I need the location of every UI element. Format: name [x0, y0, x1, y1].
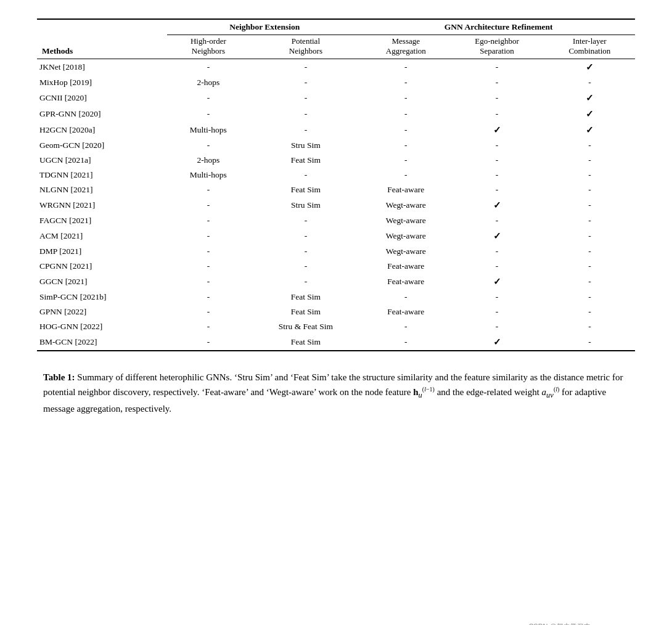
- table-cell: -: [544, 334, 635, 351]
- table-cell: -: [362, 290, 449, 304]
- caption-math-a: a: [542, 387, 547, 397]
- method-name: WRGNN [2021]: [37, 197, 167, 213]
- table-cell: -: [167, 290, 249, 304]
- sub-message: MessageAggregation: [362, 35, 449, 59]
- method-name: GPR-GNN [2020]: [37, 106, 167, 122]
- table-cell: -: [449, 319, 544, 334]
- table-cell: Feat Sim: [250, 290, 363, 304]
- method-name: FAGCN [2021]: [37, 213, 167, 228]
- table-cell: -: [544, 244, 635, 259]
- table-cell: -: [449, 213, 544, 228]
- table-cell: 2-hops: [167, 75, 249, 90]
- table-cell: ✓: [544, 90, 635, 106]
- caption-text2: and the edge-related weight: [437, 387, 542, 397]
- sub-ego: Ego-neighborSeparation: [449, 35, 544, 59]
- method-name: SimP-GCN [2021b]: [37, 290, 167, 304]
- table-cell: -: [362, 122, 449, 138]
- table-cell: -: [449, 90, 544, 106]
- table-cell: -: [449, 106, 544, 122]
- table-cell: -: [544, 75, 635, 90]
- page-wrapper: Methods Neighbor Extension GNN Architect…: [37, 18, 635, 625]
- table-cell: Stru & Feat Sim: [250, 319, 363, 334]
- method-name: GPNN [2022]: [37, 304, 167, 319]
- table-cell: -: [544, 138, 635, 153]
- table-cell: Feat Sim: [250, 304, 363, 319]
- caption-math-uv: uv: [546, 391, 554, 399]
- table-cell: -: [362, 334, 449, 351]
- table-cell: ✓: [449, 274, 544, 290]
- table-cell: ✓: [449, 122, 544, 138]
- table-cell: -: [167, 213, 249, 228]
- table-cell: Feat Sim: [250, 153, 363, 168]
- method-name: JKNet [2018]: [37, 59, 167, 76]
- table-cell: -: [250, 122, 363, 138]
- table-cell: Feat Sim: [250, 182, 363, 197]
- table-cell: -: [250, 274, 363, 290]
- table-cell: Wegt-aware: [362, 228, 449, 244]
- method-name: HOG-GNN [2022]: [37, 319, 167, 334]
- table-cell: -: [544, 290, 635, 304]
- sub-interlayer: Inter-layerCombination: [544, 35, 635, 59]
- table-cell: -: [167, 319, 249, 334]
- table-cell: -: [250, 228, 363, 244]
- table-cell: -: [167, 334, 249, 351]
- table-cell: Multi-hops: [167, 168, 249, 182]
- method-name: DMP [2021]: [37, 244, 167, 259]
- neighbor-extension-header: Neighbor Extension: [167, 19, 362, 35]
- table-cell: -: [362, 153, 449, 168]
- table-cell: -: [250, 75, 363, 90]
- table-cell: Feat-aware: [362, 274, 449, 290]
- table-cell: -: [449, 182, 544, 197]
- table-cell: 2-hops: [167, 153, 249, 168]
- table-cell: Multi-hops: [167, 122, 249, 138]
- table-cell: -: [449, 244, 544, 259]
- table-cell: -: [250, 244, 363, 259]
- table-cell: -: [362, 168, 449, 182]
- table-cell: -: [544, 259, 635, 274]
- table-cell: Wegt-aware: [362, 213, 449, 228]
- watermark: CSDN @努力学习中....: [528, 622, 598, 625]
- table-cell: -: [250, 106, 363, 122]
- table-cell: Feat Sim: [250, 334, 363, 351]
- table-cell: -: [362, 90, 449, 106]
- method-name: ACM [2021]: [37, 228, 167, 244]
- table-cell: -: [167, 244, 249, 259]
- table-cell: -: [250, 59, 363, 76]
- table-cell: ✓: [449, 228, 544, 244]
- table-cell: -: [250, 168, 363, 182]
- method-name: H2GCN [2020a]: [37, 122, 167, 138]
- table-cell: -: [362, 75, 449, 90]
- table-cell: ✓: [544, 106, 635, 122]
- method-name: UGCN [2021a]: [37, 153, 167, 168]
- table-cell: Wegt-aware: [362, 197, 449, 213]
- table-cell: Wegt-aware: [362, 244, 449, 259]
- method-name: MixHop [2019]: [37, 75, 167, 90]
- table-cell: -: [167, 138, 249, 153]
- table-cell: -: [362, 138, 449, 153]
- table-cell: -: [544, 304, 635, 319]
- table-cell: -: [449, 153, 544, 168]
- method-name: TDGNN [2021]: [37, 168, 167, 182]
- table-caption: Table 1: Summary of different heterophil…: [37, 370, 635, 416]
- table-container: Methods Neighbor Extension GNN Architect…: [37, 18, 635, 351]
- table-cell: -: [449, 304, 544, 319]
- table-cell: ✓: [544, 122, 635, 138]
- table-cell: -: [449, 75, 544, 90]
- table-cell: -: [449, 290, 544, 304]
- table-cell: Stru Sim: [250, 197, 363, 213]
- table-cell: -: [544, 319, 635, 334]
- table-cell: Feat-aware: [362, 259, 449, 274]
- table-cell: -: [167, 274, 249, 290]
- table-cell: -: [362, 319, 449, 334]
- table-cell: -: [544, 274, 635, 290]
- method-name: NLGNN [2021]: [37, 182, 167, 197]
- table-cell: -: [544, 153, 635, 168]
- method-name: GGCN [2021]: [37, 274, 167, 290]
- table-cell: Stru Sim: [250, 138, 363, 153]
- table-cell: Feat-aware: [362, 182, 449, 197]
- table-cell: -: [167, 259, 249, 274]
- table-cell: -: [544, 213, 635, 228]
- table-cell: -: [167, 228, 249, 244]
- table-cell: ✓: [449, 334, 544, 351]
- caption-label: Table 1:: [43, 372, 75, 382]
